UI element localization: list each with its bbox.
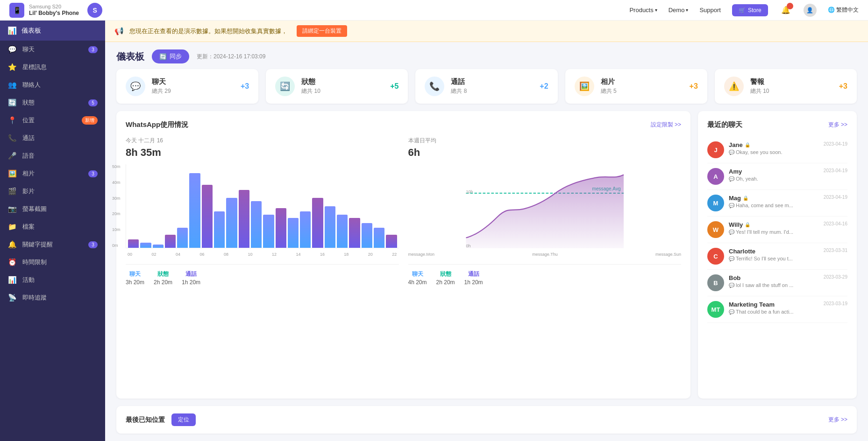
stat-sub: 總共 5 [601,87,617,95]
chat-date: 2023-03-31 [824,248,847,253]
chat-avatar: W [707,221,724,238]
sidebar-item-label: 相片 [22,169,83,178]
sidebar-item-狀態[interactable]: 🔄狀態5 [0,94,105,112]
nav-demo[interactable]: Demo ▾ [669,7,689,14]
sidebar-item-label: 時間限制 [22,258,98,266]
chat-item[interactable]: C Charlotte 💬Terrific! So I'll see you t… [707,243,847,270]
stat-label: 聊天 [408,270,427,278]
sidebar-item-label: 星標訊息 [22,63,98,71]
chat-item[interactable]: A Amy 💬Oh, yeah. 2023-04-19 [707,163,847,190]
stat-label: 狀態 [436,270,455,278]
sidebar-item-dashboard[interactable]: 📊 儀表板 [0,21,105,41]
chevron-down-icon: ▾ [686,7,688,13]
bind-device-button[interactable]: 請綁定一台裝置 [297,25,347,37]
sidebar-item-檔案[interactable]: 📁檔案 [0,218,105,236]
language-button[interactable]: 🌐 繁體中文 [828,6,859,14]
lock-icon: 🔒 [745,222,750,227]
week-label: 本週日平均 [408,137,682,145]
chat-item[interactable]: B Bob 💬lol I saw all the stuff on ... 20… [707,270,847,296]
usage-grid: 今天 十二月 16 8h 35m 0m 10m 20m 30m 40m 50m [126,137,681,286]
chat-avatar: A [707,168,724,185]
chat-name-row: Bob [729,274,819,281]
stat-delta: +2 [540,82,548,91]
stat-value: 1h 20m [464,279,483,286]
stat-text: 警報 總共 10 [750,77,769,95]
bar [189,173,200,248]
sidebar-item-時間限制[interactable]: ⏰時間限制 [0,253,105,271]
sync-icon: 🔄 [159,53,167,60]
main-content: 📢 您現在正在查看的是演示數據。如果想開始收集真實數據， 請綁定一台裝置 儀表板… [105,21,868,441]
sidebar-item-關鍵字提醒[interactable]: 🔔關鍵字提醒3 [0,236,105,253]
chat-name-row: Mag 🔒 [729,195,819,202]
location-button[interactable]: 定位 [171,413,196,426]
stat-delta: +5 [390,82,398,91]
chat-avatar: MT [707,301,724,318]
week-stat: 狀態2h 20m [436,270,455,286]
sidebar-item-icon: 📁 [7,223,17,231]
main-grid: WhatsApp使用情況 設定限製 >> 今天 十二月 16 8h 35m 0m… [105,111,868,406]
sidebar-item-通話[interactable]: 📞通話 [0,129,105,147]
sidebar-item-語音[interactable]: 🎤語音 [0,147,105,165]
stat-card: 🖼️ 相片 總共 5 +3 [565,69,707,104]
top-nav: 📱 Samsung S20 Lil' Bobby's Phone S Produ… [0,0,868,21]
chat-name-row: Amy [729,168,819,175]
sidebar-item-icon: 💬 [7,45,17,54]
avatar[interactable]: 👤 [804,4,817,17]
sidebar-item-聯絡人[interactable]: 👥聯絡人 [0,76,105,94]
top-nav-left: 📱 Samsung S20 Lil' Bobby's Phone S [9,3,102,18]
stat-cards: 💬 聊天 總共 29 +3 🔄 狀態 總共 10 +5 📞 通話 總共 8 +2… [105,69,868,111]
sidebar-item-label: 語音 [22,152,98,160]
sidebar-item-星標訊息[interactable]: ⭐星標訊息 [0,58,105,76]
notification-button[interactable]: 🔔 [779,4,792,17]
bar [226,198,237,248]
announcement-banner: 📢 您現在正在查看的是演示數據。如果想開始收集真實數據， 請綁定一台裝置 [105,21,868,42]
sidebar-item-即時追蹤[interactable]: 📡即時追蹤 [0,289,105,307]
sidebar-item-label: 聯絡人 [22,81,98,89]
lock-icon: 🔒 [743,196,748,201]
sidebar-item-活動[interactable]: 📊活動 [0,271,105,289]
location-more-link[interactable]: 更多 >> [828,416,847,424]
chat-content: Charlotte 💬Terrific! So I'll see you t..… [729,248,819,261]
bar [140,243,151,248]
sidebar-item-螢幕截圖[interactable]: 📷螢幕截圖 [0,200,105,218]
store-button[interactable]: 🛒 Store [732,4,768,16]
page-header: 儀表板 🔄 同步 更新：2024-12-16 17:03:09 [105,42,868,69]
chat-item[interactable]: J Jane 🔒 💬Okay, see you soon. 2023-04-19 [707,137,847,163]
sidebar-item-聊天[interactable]: 💬聊天3 [0,41,105,58]
recent-chats-more[interactable]: 更多 >> [828,121,847,129]
chat-content: Willy 🔒 💬Yes! I'll tell my mum. I'd... [729,221,819,235]
chat-name: Mag [729,195,741,202]
nav-support[interactable]: Support [699,7,721,14]
nav-products[interactable]: Products ▾ [629,7,657,14]
today-label: 今天 十二月 16 [126,137,399,145]
sidebar-item-icon: 🖼️ [7,169,17,178]
bar [276,208,286,248]
sidebar-badge: 3 [88,46,98,53]
stat-card: 🔄 狀態 總共 10 +5 [266,69,408,104]
chat-item[interactable]: MT Marketing Team 💬That could be a fun a… [707,296,847,323]
sidebar-item-icon: 📊 [7,276,17,284]
device-info: Samsung S20 Lil' Bobby's Phone [29,4,79,17]
bar [153,245,164,248]
bar [362,223,372,248]
chat-panel: 最近的聊天 更多 >> J Jane 🔒 💬Okay, see you soon… [698,111,857,399]
stat-card: 💬 聊天 總共 29 +3 [116,69,258,104]
sidebar-item-位置[interactable]: 📍位置新增 [0,112,105,129]
device-model: Samsung S20 [29,4,79,10]
page-title: 儀表板 [116,50,144,63]
chat-item[interactable]: M Mag 🔒 💬Haha, come and see m... 2023-04… [707,190,847,217]
chevron-down-icon: ▾ [655,7,657,13]
sidebar-item-相片[interactable]: 🖼️相片3 [0,165,105,182]
sidebar-item-icon: 📡 [7,294,17,302]
location-title: 最後已知位置 [126,416,165,424]
bar [300,211,311,248]
sidebar-item-label: 位置 [22,116,76,125]
svg-text:0h: 0h [466,244,470,248]
chat-avatar: M [707,195,724,211]
whatsapp-settings-link[interactable]: 設定限製 >> [651,121,681,129]
sidebar-item-影片[interactable]: 🎬影片 [0,182,105,200]
sidebar-item-icon: ⏰ [7,258,17,266]
sync-button[interactable]: 🔄 同步 [152,49,189,63]
chat-item[interactable]: W Willy 🔒 💬Yes! I'll tell my mum. I'd...… [707,217,847,243]
stat-card: ⚠️ 警報 總共 10 +3 [715,69,857,104]
